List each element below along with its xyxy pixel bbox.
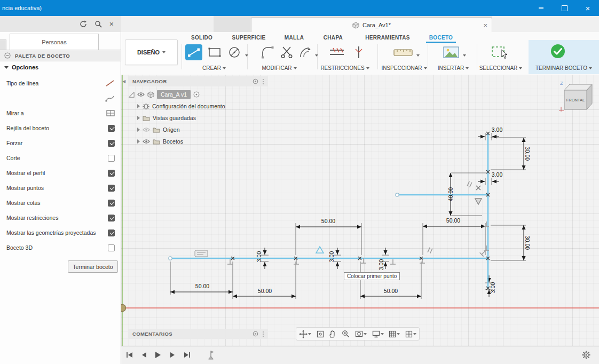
group-restricciones[interactable]: RESTRICCIONES <box>318 65 372 72</box>
group-crear[interactable]: CREAR <box>198 65 231 72</box>
search-icon[interactable] <box>94 20 102 28</box>
pin-circle-icon[interactable] <box>253 331 258 337</box>
activate-radio-icon[interactable] <box>193 91 200 98</box>
refresh-icon[interactable] <box>80 20 87 28</box>
maximize-button[interactable] <box>555 0 573 16</box>
play-icon[interactable] <box>153 350 163 360</box>
group-terminar-boceto[interactable]: TERMINAR BOCETO <box>529 65 599 72</box>
look-at-icon[interactable] <box>106 109 115 117</box>
tab-superficie[interactable]: SUPERFICIE <box>228 33 269 42</box>
browser-root-row[interactable]: Cara_A v1 <box>129 89 267 100</box>
curvature-icon[interactable] <box>105 94 115 102</box>
browser-panel-header[interactable]: NAVEGADOR <box>128 76 268 86</box>
checkbox[interactable] <box>108 155 115 162</box>
drag-handle-icon[interactable] <box>263 79 264 80</box>
insert-image-icon[interactable] <box>442 46 460 59</box>
checkbox[interactable] <box>108 215 115 221</box>
option-row-tipo-de-linea[interactable]: Tipo de línea <box>0 76 121 91</box>
checkbox[interactable] <box>108 230 115 236</box>
inspect-caret-icon[interactable] <box>415 50 421 61</box>
workspace-dropdown[interactable]: DISEÑO <box>125 39 178 65</box>
look-at-box-icon[interactable] <box>317 330 324 338</box>
close-button[interactable]: × <box>579 0 597 16</box>
option-row-geometrias-proyectadas[interactable]: Mostrar las geometrías proyectadas <box>0 225 121 240</box>
tab-boceto[interactable]: BOCETO <box>426 33 456 42</box>
line-tool-button[interactable] <box>185 44 202 60</box>
grid-settings-icon[interactable] <box>389 330 400 338</box>
eye-icon[interactable] <box>143 127 150 132</box>
position-marker-icon[interactable] <box>206 350 216 360</box>
option-row-mostrar-puntos[interactable]: Mostrar puntos <box>0 180 121 195</box>
comments-panel-header[interactable]: COMENTARIOS <box>128 329 268 339</box>
root-document-label[interactable]: Cara_A v1 <box>157 90 191 99</box>
offset-tool-button[interactable] <box>298 46 313 59</box>
zoom-icon[interactable] <box>342 330 350 338</box>
fit-icon[interactable] <box>355 330 367 338</box>
group-insertar[interactable]: INSERTAR <box>432 65 474 72</box>
insert-caret-icon[interactable] <box>462 50 467 61</box>
checkbox[interactable] <box>108 185 115 192</box>
browser-row-document-settings[interactable]: Configuración del documento <box>129 100 267 112</box>
viewports-icon[interactable] <box>405 330 416 338</box>
checkbox[interactable] <box>108 244 115 251</box>
group-inspeccionar[interactable]: INSPECCIONAR <box>376 65 432 72</box>
tab-malla[interactable]: MALLA <box>282 33 306 42</box>
create-more-caret-icon[interactable] <box>244 50 249 61</box>
option-row-mostrar-perfil[interactable]: Mostrar el perfil <box>0 165 121 180</box>
pin-circle-icon[interactable] <box>253 78 258 84</box>
orbit-icon[interactable] <box>299 330 311 338</box>
close-panel-icon[interactable]: × <box>109 20 114 28</box>
personas-tab[interactable]: Personas <box>10 34 99 50</box>
dimension-constraint-icon[interactable] <box>328 46 346 59</box>
pan-hand-icon[interactable] <box>329 330 336 338</box>
checkbox[interactable] <box>108 170 115 177</box>
skip-start-icon[interactable] <box>124 350 134 360</box>
tab-solido[interactable]: SOLIDO <box>188 33 216 42</box>
option-row-mostrar-cotas[interactable]: Mostrar cotas <box>0 195 121 210</box>
option-row-mirar-a[interactable]: Mirar a <box>0 106 121 121</box>
checkbox[interactable] <box>108 125 115 132</box>
modify-more-caret-icon[interactable] <box>314 50 319 61</box>
checkbox[interactable] <box>108 200 115 207</box>
group-seleccionar[interactable]: SELECCIONAR <box>475 65 526 72</box>
minimize-button[interactable] <box>532 0 550 16</box>
settings-gear-icon[interactable] <box>582 351 590 359</box>
option-row-mostrar-restricciones[interactable]: Mostrar restricciones <box>0 210 121 225</box>
display-settings-icon[interactable] <box>372 330 384 338</box>
browser-row-sketches[interactable]: Bocetos <box>129 136 267 147</box>
eye-icon[interactable] <box>137 92 145 97</box>
eye-icon[interactable] <box>143 139 150 144</box>
trim-scissors-icon[interactable] <box>279 45 294 60</box>
expand-arrow-icon[interactable] <box>137 116 140 120</box>
collapse-circle-icon[interactable] <box>4 52 11 59</box>
browser-row-named-views[interactable]: Vistas guardadas <box>129 112 267 124</box>
rectangle-tool-button[interactable] <box>207 46 222 59</box>
drag-handle-icon[interactable] <box>263 331 264 333</box>
group-modificar[interactable]: MODIFICAR <box>256 65 302 72</box>
close-tab-icon[interactable]: × <box>483 21 487 29</box>
option-row-rejilla[interactable]: Rejilla del boceto <box>0 121 121 136</box>
expand-arrow-icon[interactable] <box>137 104 140 108</box>
options-section-header[interactable]: Opciones <box>4 64 38 70</box>
checkbox[interactable] <box>108 140 115 147</box>
tab-chapa[interactable]: CHAPA <box>319 33 347 42</box>
expand-arrow-icon[interactable] <box>137 128 140 132</box>
option-row-corte[interactable]: Corte <box>0 151 121 165</box>
viewport-canvas[interactable]: 3.0030.003.0040.0050.0050.0030.003.003.0… <box>121 75 599 346</box>
option-row-forzar[interactable]: Forzar <box>0 136 121 151</box>
browser-row-origin[interactable]: Origen <box>129 124 267 136</box>
view-cube[interactable]: Z FRONTAL <box>548 77 599 117</box>
vertical-constraint-icon[interactable] <box>352 45 365 60</box>
circle-tool-button[interactable] <box>227 46 242 59</box>
document-tab[interactable]: Cara_Av1* × <box>251 17 492 33</box>
finish-sketch-button[interactable] <box>550 43 566 59</box>
step-forward-icon[interactable] <box>168 350 177 360</box>
step-back-icon[interactable] <box>139 350 148 360</box>
option-row-curvature[interactable] <box>0 91 121 106</box>
measure-ruler-icon[interactable] <box>392 46 414 59</box>
finish-sketch-palette-button[interactable]: Terminar boceto <box>68 260 118 273</box>
line-type-icon[interactable] <box>105 80 115 87</box>
collapse-browser-icon[interactable]: ◀ <box>122 79 125 84</box>
option-row-boceto-3d[interactable]: Boceto 3D <box>0 240 121 255</box>
fillet-tool-button[interactable] <box>260 46 275 59</box>
